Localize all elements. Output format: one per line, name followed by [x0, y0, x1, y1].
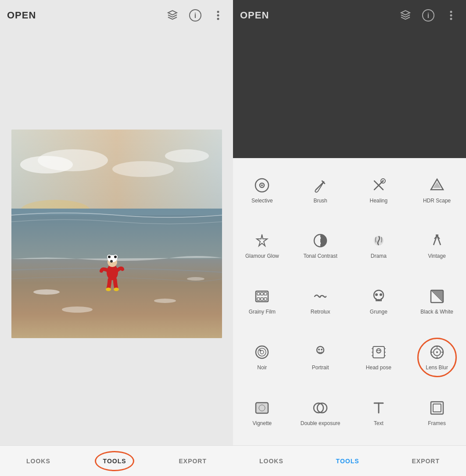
- grainy-film-icon: [253, 288, 271, 305]
- left-export-tab[interactable]: EXPORT: [170, 454, 215, 468]
- tool-retrolux[interactable]: Retrolux: [291, 274, 350, 330]
- svg-rect-56: [264, 292, 267, 295]
- lens-blur-icon: [428, 343, 446, 361]
- left-looks-tab[interactable]: LOOKS: [18, 454, 59, 468]
- svg-point-65: [256, 346, 268, 358]
- svg-point-9: [112, 161, 174, 177]
- image-area: [0, 31, 233, 445]
- healing-icon: [370, 177, 387, 194]
- right-top-bar: OPEN i: [233, 0, 466, 31]
- svg-point-62: [375, 293, 378, 296]
- retrolux-icon: [312, 288, 329, 305]
- right-tools-tab[interactable]: TOOLS: [327, 454, 368, 468]
- double-exposure-icon: [312, 399, 329, 417]
- tonal-contrast-icon: [312, 232, 329, 249]
- more-options-icon[interactable]: [210, 7, 226, 23]
- tool-head-pose[interactable]: Head pose: [350, 329, 408, 385]
- right-bottom-nav: LOOKS TOOLS EXPORT: [233, 445, 466, 476]
- tools-grid: Selective Brush Healing: [233, 158, 466, 445]
- healing-label: Healing: [370, 198, 388, 205]
- tool-portrait[interactable]: Portrait: [291, 329, 350, 385]
- right-info-icon[interactable]: i: [420, 7, 436, 23]
- svg-point-33: [450, 18, 452, 20]
- tool-black-white[interactable]: Black & White: [408, 274, 466, 330]
- svg-point-75: [379, 350, 380, 351]
- svg-point-24: [114, 288, 119, 291]
- svg-rect-54: [257, 292, 260, 295]
- left-bottom-nav: LOOKS TOOLS EXPORT: [0, 445, 233, 476]
- svg-point-78: [436, 351, 438, 353]
- dark-preview-area: [233, 31, 466, 158]
- black-white-icon: [428, 288, 446, 305]
- svg-rect-59: [264, 298, 267, 300]
- right-export-tab[interactable]: EXPORT: [403, 454, 448, 468]
- svg-text:i: i: [427, 12, 429, 19]
- tool-grainy-film[interactable]: Grainy Film: [233, 274, 291, 330]
- vignette-icon: [253, 399, 271, 417]
- right-looks-tab[interactable]: LOOKS: [251, 454, 292, 468]
- svg-point-32: [450, 14, 452, 17]
- brush-icon: [312, 177, 329, 194]
- svg-rect-91: [433, 404, 441, 412]
- tool-drama[interactable]: Drama: [350, 218, 408, 274]
- portrait-label: Portrait: [312, 364, 329, 371]
- tool-hdr-scape[interactable]: HDR Scape: [408, 162, 466, 218]
- left-open-button[interactable]: OPEN: [7, 10, 36, 21]
- svg-point-22: [110, 260, 113, 263]
- tool-grunge[interactable]: Grunge: [350, 274, 408, 330]
- svg-rect-52: [436, 234, 438, 236]
- layers-icon[interactable]: [165, 7, 180, 23]
- tool-vignette[interactable]: Vignette: [233, 385, 291, 441]
- svg-point-36: [261, 184, 263, 186]
- svg-point-71: [321, 349, 323, 350]
- glamour-glow-icon: [253, 232, 271, 249]
- svg-point-3: [217, 14, 219, 17]
- vignette-label: Vignette: [252, 420, 272, 427]
- tool-vintage[interactable]: Vintage: [408, 218, 466, 274]
- svg-point-4: [217, 18, 219, 20]
- svg-point-28: [62, 307, 93, 313]
- tool-lens-blur[interactable]: Lens Blur: [408, 329, 466, 385]
- grunge-label: Grunge: [370, 309, 387, 316]
- svg-rect-12: [11, 209, 222, 261]
- svg-point-68: [259, 350, 261, 351]
- tool-text[interactable]: Text: [350, 385, 408, 441]
- left-tools-tab[interactable]: TOOLS: [94, 454, 135, 468]
- tool-healing[interactable]: Healing: [350, 162, 408, 218]
- svg-point-2: [217, 11, 219, 13]
- frames-label: Frames: [428, 420, 446, 427]
- photo-container: [11, 130, 222, 338]
- svg-rect-72: [373, 346, 384, 358]
- svg-rect-84: [256, 403, 268, 413]
- info-icon[interactable]: i: [187, 7, 203, 23]
- tonal-contrast-label: Tonal Contrast: [303, 253, 337, 260]
- svg-rect-58: [261, 298, 263, 300]
- right-panel: OPEN i: [233, 0, 466, 476]
- tool-brush[interactable]: Brush: [291, 162, 350, 218]
- right-layers-icon[interactable]: [398, 7, 413, 23]
- svg-point-25: [33, 289, 60, 295]
- svg-point-74: [377, 350, 378, 351]
- tool-selective[interactable]: Selective: [233, 162, 291, 218]
- vintage-icon: [428, 232, 446, 249]
- left-top-bar: OPEN i: [0, 0, 233, 31]
- svg-text:i: i: [194, 12, 196, 19]
- tool-tonal-contrast[interactable]: Tonal Contrast: [291, 218, 350, 274]
- head-pose-label: Head pose: [366, 364, 391, 371]
- tool-noir[interactable]: Noir: [233, 329, 291, 385]
- noir-label: Noir: [257, 364, 267, 371]
- svg-point-26: [154, 299, 176, 303]
- svg-point-8: [38, 149, 108, 171]
- right-more-options-icon[interactable]: [443, 7, 459, 23]
- right-open-button[interactable]: OPEN: [240, 10, 269, 21]
- drama-icon: [370, 232, 387, 249]
- tool-glamour-glow[interactable]: Glamour Glow: [233, 218, 291, 274]
- svg-point-10: [165, 149, 209, 162]
- selective-label: Selective: [251, 198, 273, 205]
- tool-double-exposure[interactable]: Double exposure: [291, 385, 350, 441]
- tool-frames[interactable]: Frames: [408, 385, 466, 441]
- lens-blur-label: Lens Blur: [426, 364, 448, 371]
- svg-rect-13: [11, 209, 222, 215]
- left-panel: OPEN i: [0, 0, 233, 476]
- grunge-icon: [370, 288, 387, 305]
